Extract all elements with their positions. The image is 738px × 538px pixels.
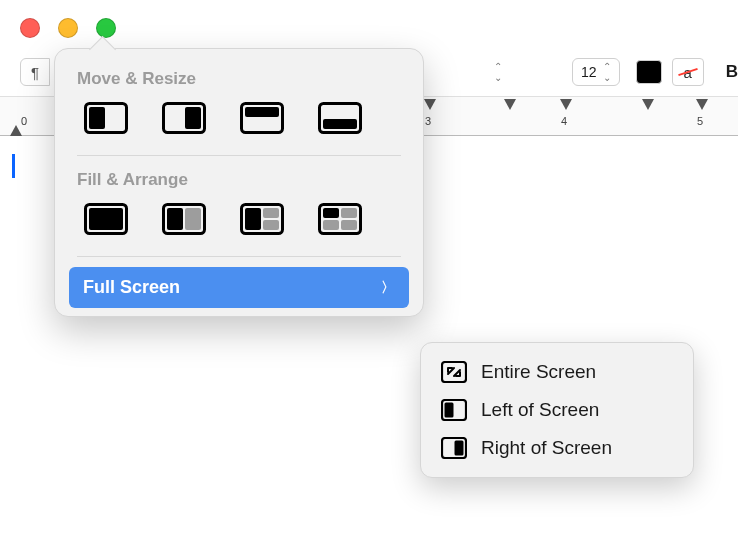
svg-rect-20 (323, 220, 339, 230)
tile-left-icon (441, 399, 467, 421)
svg-rect-9 (89, 208, 123, 230)
svg-rect-21 (341, 220, 357, 230)
stepper-chevron-icon: ⌃⌄ (603, 61, 611, 83)
fill-arrange-row (65, 200, 413, 250)
zoom-button[interactable] (96, 18, 116, 38)
svg-rect-3 (185, 107, 201, 129)
fill-screen-button[interactable] (81, 200, 131, 238)
svg-rect-22 (442, 362, 466, 382)
entire-screen-item[interactable]: Entire Screen (427, 353, 687, 391)
three-up-button[interactable] (237, 200, 287, 238)
tile-right-icon (441, 437, 467, 459)
ruler-number: 3 (425, 115, 431, 127)
svg-rect-7 (323, 119, 357, 129)
tab-marker-icon[interactable] (696, 99, 708, 110)
section-title-fill: Fill & Arrange (65, 166, 413, 200)
tile-bottom-button[interactable] (315, 99, 365, 137)
svg-rect-15 (263, 208, 279, 218)
section-title-move: Move & Resize (65, 65, 413, 99)
zoom-popover: Move & Resize Fill & Arrange Full Scr (54, 48, 424, 317)
tile-left-button[interactable] (81, 99, 131, 137)
svg-rect-26 (455, 441, 464, 456)
full-screen-submenu: Entire Screen Left of Screen Right of Sc… (420, 342, 694, 478)
tab-marker-icon[interactable] (504, 99, 516, 110)
full-screen-label: Full Screen (83, 277, 180, 298)
text-cursor (12, 154, 15, 178)
character-style-button[interactable]: a (672, 58, 704, 86)
svg-rect-16 (263, 220, 279, 230)
right-of-screen-item[interactable]: Right of Screen (427, 429, 687, 467)
svg-rect-24 (445, 403, 454, 418)
two-up-button[interactable] (159, 200, 209, 238)
tab-marker-icon[interactable] (560, 99, 572, 110)
tile-right-button[interactable] (159, 99, 209, 137)
submenu-label: Left of Screen (481, 399, 599, 421)
ruler-number: 0 (21, 115, 27, 127)
ruler-number: 5 (697, 115, 703, 127)
svg-rect-1 (89, 107, 105, 129)
fullscreen-arrows-icon (441, 361, 467, 383)
submenu-label: Entire Screen (481, 361, 596, 383)
submenu-label: Right of Screen (481, 437, 612, 459)
chevron-right-icon: 〉 (381, 279, 395, 297)
paragraph-style-button[interactable]: ¶ (20, 58, 50, 86)
font-size-value: 12 (581, 64, 597, 80)
svg-rect-11 (167, 208, 183, 230)
svg-rect-19 (341, 208, 357, 218)
bold-button[interactable]: B (726, 62, 738, 82)
left-of-screen-item[interactable]: Left of Screen (427, 391, 687, 429)
svg-rect-14 (245, 208, 261, 230)
svg-rect-18 (323, 208, 339, 218)
divider (77, 256, 401, 257)
tile-top-button[interactable] (237, 99, 287, 137)
text-color-swatch[interactable] (636, 60, 662, 84)
close-button[interactable] (20, 18, 40, 38)
full-screen-item[interactable]: Full Screen 〉 (69, 267, 409, 308)
divider (77, 155, 401, 156)
four-grid-button[interactable] (315, 200, 365, 238)
move-resize-row (65, 99, 413, 149)
tab-marker-icon[interactable] (424, 99, 436, 110)
minimize-button[interactable] (58, 18, 78, 38)
svg-rect-5 (245, 107, 279, 117)
ruler-number: 4 (561, 115, 567, 127)
font-size-stepper[interactable]: 12 ⌃⌄ (572, 58, 620, 86)
tab-marker-icon[interactable] (642, 99, 654, 110)
font-popup-chevron-icon[interactable]: ⌃⌄ (494, 61, 502, 83)
svg-rect-12 (185, 208, 201, 230)
